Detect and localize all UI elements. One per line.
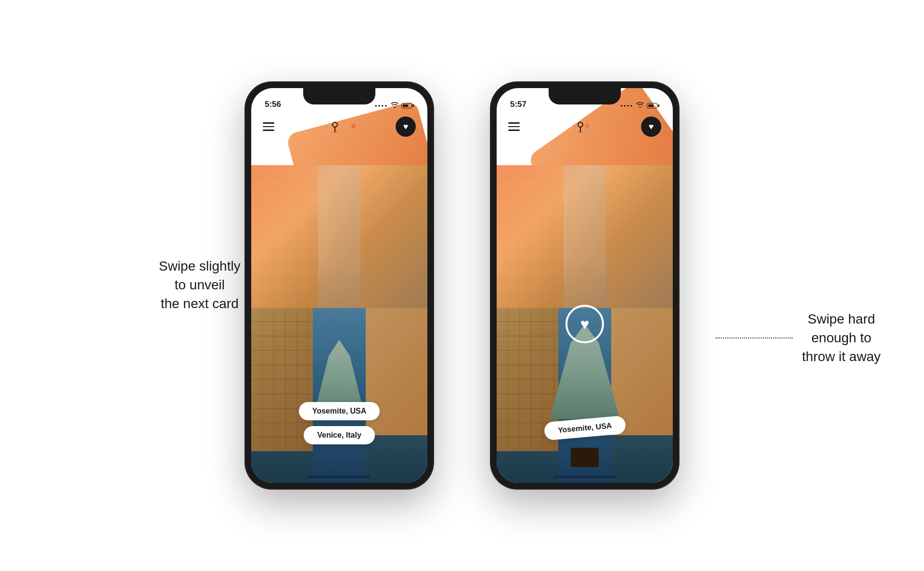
time-2: 5:57 <box>510 100 526 109</box>
top-nav-2: ♥ <box>497 112 673 141</box>
heart-button-2[interactable]: ♥ <box>641 117 661 137</box>
battery-icon-1 <box>401 103 414 108</box>
time-1: 5:56 <box>265 100 281 109</box>
heart-icon-1: ♥ <box>403 122 409 132</box>
home-indicator-1 <box>308 476 371 478</box>
location-pill-venice-1: Venice, Italy <box>304 426 375 444</box>
top-nav-1: ♥ <box>251 112 427 141</box>
svg-point-0 <box>333 122 337 127</box>
card-stack-2: 📍 ♥ <box>497 112 673 483</box>
right-annotation-text: Swipe hard enough to throw it away <box>802 310 881 366</box>
status-icons-1: ●●●● <box>375 102 414 109</box>
phone-2-screen: 5:57 ●●●● <box>497 88 673 483</box>
phone-1-screen: 5:56 ●●●● <box>251 88 427 483</box>
status-icons-2: ●●●● <box>620 102 659 109</box>
menu-button-2[interactable] <box>508 122 520 131</box>
home-indicator-2 <box>553 476 616 478</box>
dotted-line-right <box>716 337 793 338</box>
location-pills-1: Yosemite, USA Venice, Italy <box>251 402 427 444</box>
main-scene: Swipe slightly to unveil the next card 5… <box>245 82 679 489</box>
location-pill-yosemite-2: Yosemite, USA <box>543 415 626 441</box>
dots-icon-1: ●●●● <box>375 104 388 108</box>
svg-point-2 <box>333 131 337 133</box>
right-annotation-container: Swipe hard enough to throw it away <box>716 310 881 366</box>
menu-button-1[interactable] <box>263 122 274 131</box>
dots-icon-2: ●●●● <box>620 104 633 108</box>
card-stack-1: 📍 <box>251 112 427 483</box>
heart-overlay-icon: ♥ <box>580 315 590 333</box>
pin-icon-1 <box>328 120 342 133</box>
battery-icon-2 <box>647 103 659 108</box>
phone-2: 5:57 ●●●● <box>491 82 679 489</box>
svg-point-3 <box>578 122 583 127</box>
heart-button-1[interactable]: ♥ <box>396 117 416 137</box>
left-annotation-text: Swipe slightly to unveil the next card <box>159 257 241 313</box>
location-pill-yosemite-1: Yosemite, USA <box>299 402 380 420</box>
wifi-icon-1 <box>391 102 398 109</box>
svg-point-5 <box>578 131 583 133</box>
wifi-icon-2 <box>636 102 644 109</box>
notch-1 <box>303 88 375 104</box>
heart-icon-2: ♥ <box>649 122 654 132</box>
heart-circle-overlay: ♥ <box>565 305 604 343</box>
location-pills-2: Yosemite, USA <box>497 419 673 437</box>
phone-1: 5:56 ●●●● <box>245 82 433 489</box>
notch-2 <box>549 88 621 104</box>
pin-icon-2 <box>574 120 587 133</box>
